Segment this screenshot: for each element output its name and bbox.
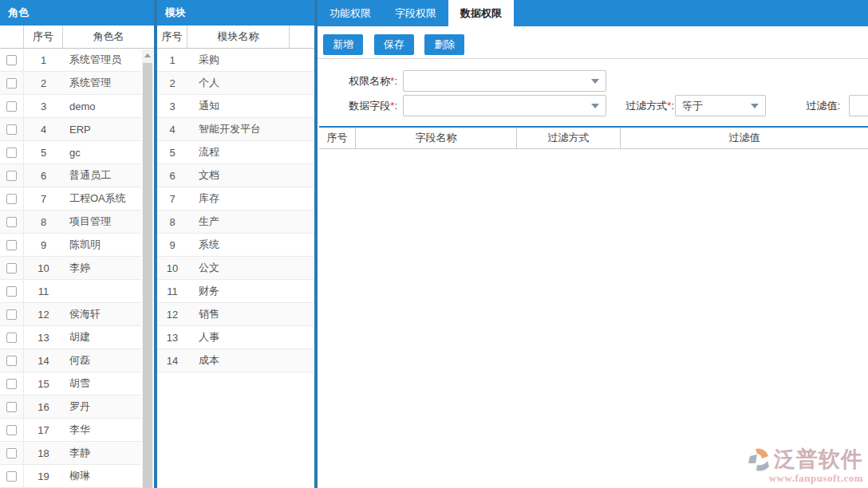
modules-panel: 模块 序号 模块名称 1 采购 2 个人 3 通知 4 智能开发平台 (157, 0, 314, 488)
role-checkbox-cell (0, 187, 24, 210)
role-number: 2 (24, 77, 63, 89)
role-row[interactable]: 2 系统管理 (0, 72, 141, 95)
role-checkbox[interactable] (6, 263, 17, 274)
module-row[interactable]: 11 财务 (157, 280, 314, 303)
roles-panel-title: 角色 (0, 0, 154, 26)
role-row[interactable]: 7 工程OA系统 (0, 187, 141, 211)
role-checkbox[interactable] (6, 402, 17, 412)
tab-field-permission[interactable]: 字段权限 (383, 0, 448, 29)
role-checkbox[interactable] (6, 471, 17, 482)
role-row[interactable]: 3 demo (0, 95, 141, 118)
module-row[interactable]: 4 智能开发平台 (157, 118, 314, 141)
filter-mode-select[interactable]: 等于 (675, 95, 766, 116)
role-number: 12 (24, 309, 63, 321)
role-checkbox[interactable] (6, 425, 17, 435)
role-row[interactable]: 18 李静 (0, 442, 141, 465)
save-button[interactable]: 保存 (374, 34, 414, 55)
module-row[interactable]: 5 流程 (157, 141, 314, 164)
role-checkbox-cell (0, 257, 24, 279)
role-checkbox[interactable] (6, 101, 17, 112)
tab-data-permission[interactable]: 数据权限 (448, 0, 514, 29)
roles-scrollbar[interactable] (142, 49, 153, 488)
role-checkbox-cell (0, 118, 24, 140)
module-row[interactable]: 1 采购 (157, 49, 314, 72)
role-row[interactable]: 19 柳琳 (0, 465, 141, 488)
add-button[interactable]: 新增 (323, 34, 363, 55)
role-row[interactable]: 4 ERP (0, 118, 141, 141)
module-row[interactable]: 7 库存 (157, 187, 314, 211)
module-row[interactable]: 14 成本 (157, 349, 314, 372)
role-checkbox[interactable] (6, 309, 17, 320)
role-row[interactable]: 13 胡建 (0, 326, 141, 349)
module-number: 7 (157, 193, 187, 205)
role-checkbox[interactable] (6, 356, 17, 366)
role-row[interactable]: 17 李华 (0, 419, 141, 442)
module-row[interactable]: 2 个人 (157, 72, 314, 95)
role-number: 4 (24, 124, 63, 136)
module-row[interactable]: 9 系统 (157, 234, 314, 257)
module-name: 公文 (187, 261, 314, 275)
role-checkbox-cell (0, 280, 24, 302)
role-name: 系统管理员 (63, 53, 141, 67)
role-checkbox[interactable] (6, 148, 17, 158)
role-row[interactable]: 15 胡雪 (0, 372, 141, 396)
filter-value-input[interactable] (849, 95, 868, 116)
data-field-select[interactable] (403, 95, 606, 116)
role-checkbox[interactable] (6, 379, 17, 389)
module-row[interactable]: 3 通知 (157, 95, 314, 118)
role-name: 工程OA系统 (63, 191, 141, 206)
role-checkbox[interactable] (6, 240, 17, 250)
tab-function-permission[interactable]: 功能权限 (318, 0, 383, 29)
role-checkbox-cell (0, 141, 24, 163)
role-row[interactable]: 10 李婷 (0, 257, 141, 280)
module-number: 2 (157, 77, 187, 89)
role-row[interactable]: 12 侯海轩 (0, 303, 141, 326)
role-row[interactable]: 14 何磊 (0, 349, 141, 372)
role-row[interactable]: 5 gc (0, 141, 141, 164)
module-name: 智能开发平台 (187, 122, 314, 136)
role-row[interactable]: 9 陈凯明 (0, 234, 141, 257)
module-number: 9 (157, 239, 187, 251)
role-name: 李华 (63, 423, 141, 437)
role-name: 李婷 (63, 261, 141, 275)
module-row[interactable]: 10 公文 (157, 257, 314, 280)
role-checkbox[interactable] (6, 55, 17, 65)
module-row[interactable]: 12 销售 (157, 303, 314, 326)
role-checkbox[interactable] (6, 171, 17, 181)
module-row[interactable]: 8 生产 (157, 211, 314, 234)
module-name: 库存 (187, 191, 314, 206)
role-row[interactable]: 11 (0, 280, 141, 303)
role-row[interactable]: 8 项目管理 (0, 211, 141, 234)
permission-name-select[interactable] (403, 70, 606, 92)
module-row[interactable]: 13 人事 (157, 326, 314, 349)
role-name: 普通员工 (63, 168, 141, 183)
delete-button[interactable]: 删除 (424, 34, 464, 55)
role-checkbox-cell (0, 442, 24, 464)
role-checkbox[interactable] (6, 333, 17, 343)
roles-grid-header: 序号 角色名 (0, 26, 154, 49)
role-checkbox[interactable] (6, 448, 17, 458)
scroll-up-button[interactable] (142, 49, 153, 61)
role-checkbox[interactable] (6, 78, 17, 89)
module-number: 10 (157, 262, 187, 274)
role-number: 16 (24, 401, 63, 413)
brand-watermark: 泛普软件 www.fanpusoft.com (746, 445, 863, 485)
permission-table: 序号 字段名称 过滤方式 过滤值 (319, 126, 868, 149)
role-checkbox-cell (0, 211, 24, 233)
role-checkbox-cell (0, 372, 24, 395)
roles-header-name: 角色名 (63, 26, 154, 48)
role-number: 10 (24, 262, 63, 274)
scrollbar-thumb[interactable] (143, 63, 152, 488)
role-number: 3 (24, 100, 63, 112)
module-row[interactable]: 6 文档 (157, 164, 314, 187)
scroll-up-icon (144, 53, 151, 57)
role-checkbox[interactable] (6, 194, 17, 204)
role-checkbox[interactable] (6, 217, 17, 227)
role-row[interactable]: 16 罗丹 (0, 396, 141, 419)
role-row[interactable]: 6 普通员工 (0, 164, 141, 187)
role-number: 18 (24, 447, 63, 459)
module-name: 流程 (187, 145, 314, 159)
role-checkbox[interactable] (6, 286, 17, 297)
role-checkbox[interactable] (6, 124, 17, 135)
role-row[interactable]: 1 系统管理员 (0, 49, 141, 72)
